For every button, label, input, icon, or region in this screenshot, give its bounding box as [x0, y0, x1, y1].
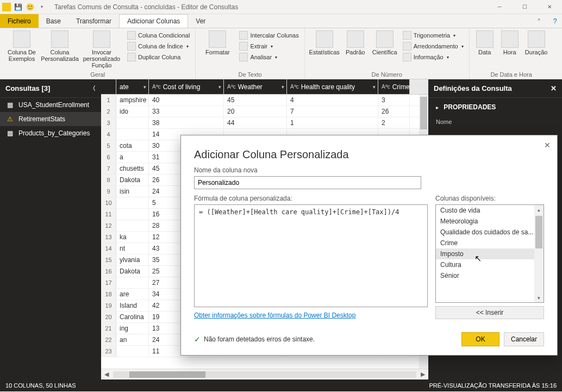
collapse-icon[interactable]: 〈 — [90, 84, 96, 92]
query-item-usa[interactable]: ▦ USA_StudentEnrollment — [0, 98, 101, 112]
cell[interactable] — [116, 346, 149, 357]
scroll-thumb[interactable] — [420, 97, 427, 129]
learn-more-link[interactable]: Obter informações sobre fórmulas do Powe… — [194, 312, 428, 319]
duration-button[interactable]: Duração — [524, 30, 549, 55]
cell[interactable]: 40 — [149, 95, 224, 105]
cell[interactable]: 20 — [224, 106, 287, 117]
table-row[interactable]: 2ido3320726 — [101, 106, 428, 117]
list-item[interactable]: Sénior — [436, 270, 544, 281]
filter-icon[interactable]: ▾ — [218, 84, 221, 90]
list-item[interactable]: Qualidade dos cuidados de sa... — [436, 227, 544, 238]
scroll-thumb[interactable] — [535, 216, 542, 248]
scroll-thumb[interactable] — [129, 371, 205, 378]
col-crime[interactable]: AᴮcCrime — [378, 79, 410, 94]
scroll-track[interactable] — [113, 371, 416, 378]
smiley-icon[interactable]: 🙂 — [25, 2, 35, 12]
cell[interactable]: 33 — [149, 106, 224, 117]
cell[interactable]: chusetts — [116, 163, 149, 174]
time-button[interactable]: Hora — [499, 30, 521, 55]
cell[interactable]: ylvania — [116, 254, 149, 265]
insert-button[interactable]: << Inserir — [435, 306, 544, 319]
statistics-button[interactable]: Estatísticas — [309, 30, 340, 55]
close-panel-icon[interactable]: ✕ — [551, 84, 557, 92]
standard-button[interactable]: Padrão — [343, 30, 368, 55]
qat-dropdown-icon[interactable]: ▾ — [37, 2, 47, 12]
col-weather[interactable]: AᴮcWeather▾ — [224, 79, 287, 94]
invoke-function-button[interactable]: Invocar personalizado Função — [80, 30, 123, 69]
cell[interactable]: 38 — [149, 117, 224, 128]
scroll-left-icon[interactable]: ◀ — [101, 371, 112, 378]
cell[interactable]: Dakota — [116, 266, 149, 277]
cell[interactable] — [116, 209, 149, 220]
rounding-button[interactable]: Arredondamento▾ — [402, 41, 465, 51]
trigonometry-button[interactable]: Trigonometria▾ — [402, 30, 465, 40]
filter-icon[interactable]: ▾ — [282, 84, 284, 90]
cell[interactable]: cota — [116, 140, 149, 151]
help-icon[interactable]: ? — [548, 14, 562, 28]
cell[interactable]: Island — [116, 300, 149, 311]
cell[interactable]: 44 — [224, 117, 287, 128]
tab-base[interactable]: Base — [39, 14, 68, 28]
cell[interactable]: ing — [116, 323, 149, 334]
list-item[interactable]: Imposto — [436, 248, 544, 259]
format-button[interactable]: Formatar — [200, 30, 235, 55]
tab-file[interactable]: Ficheiro — [0, 14, 39, 28]
collapse-ribbon-icon[interactable]: ^ — [530, 14, 548, 28]
tab-view[interactable]: Ver — [188, 14, 213, 28]
ok-button[interactable]: OK — [461, 332, 499, 346]
cell[interactable]: an — [116, 334, 149, 345]
analyze-button[interactable]: Analisar▾ — [238, 52, 299, 62]
scroll-up-icon[interactable]: ▴ — [534, 205, 544, 214]
column-from-examples-button[interactable]: Coluna De Exemplos — [4, 30, 39, 62]
filter-icon[interactable]: ▾ — [373, 84, 376, 90]
cell[interactable]: Dakota — [116, 175, 149, 185]
cell[interactable]: 2 — [378, 117, 410, 128]
table-row[interactable]: 3384412 — [101, 117, 428, 129]
col-health[interactable]: AᴮcHealth care quality▾ — [287, 79, 378, 94]
merge-columns-button[interactable]: Intercalar Colunas — [238, 30, 299, 40]
cell[interactable]: a — [116, 152, 149, 163]
scroll-right-icon[interactable]: ▶ — [417, 371, 428, 378]
col-state[interactable]: ate▾ — [116, 79, 149, 94]
cell[interactable]: 3 — [378, 95, 410, 105]
cancel-button[interactable]: Cancelar — [504, 332, 544, 346]
cell[interactable] — [116, 117, 149, 128]
cell[interactable] — [116, 277, 149, 288]
col-cost[interactable]: AᴮcCost of living▾ — [149, 79, 224, 94]
cell[interactable]: isin — [116, 186, 149, 197]
scroll-down-icon[interactable]: ▾ — [534, 293, 544, 302]
date-button[interactable]: Data — [474, 30, 496, 55]
list-item[interactable]: Meteorologia — [436, 216, 544, 227]
conditional-column-button[interactable]: Coluna Condicional — [126, 30, 191, 40]
cell[interactable] — [116, 220, 149, 231]
cell[interactable]: 4 — [287, 95, 378, 105]
index-column-button[interactable]: Coluna de Índice▾ — [126, 41, 191, 51]
cell[interactable]: ido — [116, 106, 149, 117]
cell[interactable]: 7 — [287, 106, 378, 117]
list-scrollbar[interactable]: ▴ ▾ — [534, 205, 544, 302]
cell[interactable]: ampshire — [116, 95, 149, 105]
available-columns-list[interactable]: Custo de vidaMeteorologiaQualidade dos c… — [435, 204, 544, 303]
tab-transform[interactable]: Transformar — [68, 14, 119, 28]
cell[interactable]: 26 — [378, 106, 410, 117]
query-item-products[interactable]: ▦ Products_by_Categories — [0, 126, 101, 140]
query-item-retirement[interactable]: ⚠ RetirementStats — [0, 112, 101, 126]
properties-section[interactable]: ▸ PROPRIEDADES — [428, 98, 562, 116]
scientific-button[interactable]: Científica — [371, 30, 398, 55]
cell[interactable]: are — [116, 289, 149, 300]
table-row[interactable]: 1ampshire404543 — [101, 95, 428, 106]
minimize-button[interactable]: ─ — [487, 0, 512, 14]
maximize-button[interactable]: ☐ — [512, 0, 537, 14]
filter-icon[interactable]: ▾ — [143, 84, 146, 90]
custom-column-button[interactable]: Coluna Personalizada — [42, 30, 77, 62]
save-icon[interactable]: 💾 — [13, 2, 23, 12]
formula-input[interactable]: = ([Weather]+[Health care quality]+[Crim… — [194, 204, 428, 307]
cell[interactable]: 45 — [224, 95, 287, 105]
information-button[interactable]: Informação▾ — [402, 52, 465, 62]
list-item[interactable]: Cultura — [436, 259, 544, 270]
cell[interactable]: ka — [116, 232, 149, 242]
cell[interactable] — [116, 129, 149, 140]
cell[interactable]: 1 — [287, 117, 378, 128]
column-name-input[interactable] — [194, 176, 421, 189]
extract-button[interactable]: Extrair▾ — [238, 41, 299, 51]
